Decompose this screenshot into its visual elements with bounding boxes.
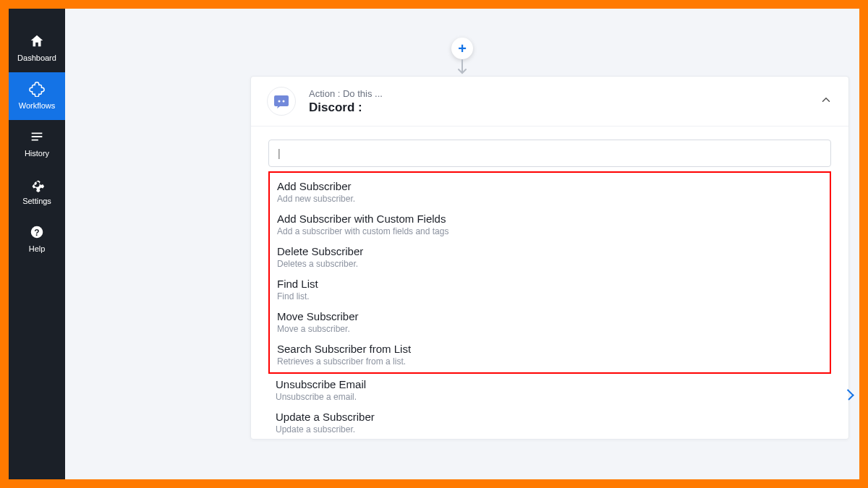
action-option-desc: Find list. [277,291,822,301]
action-option-title: Add Subscriber with Custom Fields [277,213,822,225]
collapse-button[interactable] [820,93,833,109]
action-option[interactable]: Move SubscriberMove a subscriber. [270,306,830,338]
action-option[interactable]: Search Subscriber from ListRetrieves a s… [270,338,830,371]
action-option-title: Update a Subscriber [276,411,824,423]
action-option-title: Search Subscriber from List [277,343,822,355]
sidebar-item-label: Dashboard [17,53,56,62]
main-canvas: + Action : Do this ... Discord : Add [65,9,859,479]
action-option-title: Unsubscribe Email [276,378,824,390]
app-icon-discord [267,87,296,116]
sidebar-item-history[interactable]: History [9,120,65,168]
sidebar-item-dashboard[interactable]: Dashboard [9,25,65,72]
sidebar: Dashboard Workflows History Settings ? H… [9,9,65,479]
action-card-body: Add SubscriberAdd new subscriber.Add Sub… [251,127,848,439]
workflow-icon [29,81,45,97]
help-icon: ? [29,224,45,240]
sidebar-item-label: Help [29,244,46,253]
action-option-desc: Deletes a subscriber. [277,259,822,269]
action-option-desc: Unsubscribe a email. [276,392,824,402]
app-frame: Dashboard Workflows History Settings ? H… [9,9,859,479]
gear-icon [29,176,45,192]
action-option-title: Move Subscriber [277,310,822,322]
action-option[interactable]: Unsubscribe EmailUnsubscribe a email. [268,374,831,406]
action-option-list: Unsubscribe EmailUnsubscribe a email.Upd… [268,374,831,439]
plus-icon: + [458,40,467,57]
action-option-title: Add Subscriber [277,180,822,192]
sidebar-item-label: Workflows [19,101,56,110]
action-option[interactable]: Find ListFind list. [270,273,830,306]
action-option-desc: Add a subscriber with custom fields and … [277,226,822,236]
action-option-desc: Add new subscriber. [277,194,822,204]
action-search-input[interactable] [268,140,831,167]
history-icon [29,129,45,145]
action-option-list-highlighted: Add SubscriberAdd new subscriber.Add Sub… [268,171,831,374]
action-option[interactable]: Delete SubscriberDeletes a subscriber. [270,241,830,273]
sidebar-item-help[interactable]: ? Help [9,215,65,263]
chevron-up-icon [820,93,833,106]
discord-icon [273,93,290,110]
sidebar-item-settings[interactable]: Settings [9,168,65,215]
action-card-header[interactable]: Action : Do this ... Discord : [251,77,848,127]
sidebar-item-workflows[interactable]: Workflows [9,72,65,120]
action-option[interactable]: Update a SubscriberUpdate a subscriber. [268,406,831,439]
action-option-desc: Move a subscriber. [277,324,822,334]
action-option-title: Find List [277,278,822,290]
action-option-title: Delete Subscriber [277,245,822,257]
card-title: Discord : [309,100,820,115]
action-option-desc: Update a subscriber. [276,424,824,435]
sidebar-item-label: History [25,149,49,158]
card-subtitle: Action : Do this ... [309,88,820,99]
action-card: Action : Do this ... Discord : Add Subsc… [250,76,849,440]
action-option[interactable]: Add Subscriber with Custom FieldsAdd a s… [270,208,830,241]
home-icon [29,33,45,49]
svg-text:?: ? [34,228,39,238]
add-step-button[interactable]: + [451,38,473,59]
action-option-desc: Retrieves a subscriber from a list. [277,356,822,367]
sidebar-item-label: Settings [22,197,51,205]
action-option[interactable]: Add SubscriberAdd new subscriber. [270,176,830,208]
